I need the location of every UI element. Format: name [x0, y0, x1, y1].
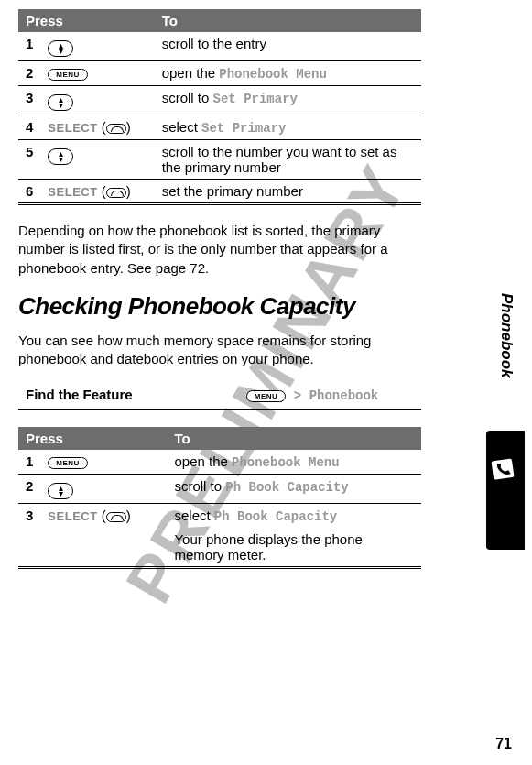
phone-icon	[488, 454, 519, 485]
to-cell: select Ph Book Capacity Your phone displ…	[167, 504, 421, 568]
press-cell: ▴▾	[40, 140, 154, 180]
scroll-icon: ▴▾	[48, 94, 73, 111]
paragraph-2: You can see how much memory space remain…	[18, 332, 421, 369]
step-num: 6	[18, 180, 40, 204]
to-text: scroll to	[174, 478, 225, 494]
to-extra: Your phone displays the phone memory met…	[174, 531, 414, 563]
col-press: Press	[18, 9, 155, 32]
col-press: Press	[18, 427, 167, 450]
menu-label: Phonebook Menu	[219, 67, 327, 82]
to-text: open the	[162, 65, 220, 81]
page-number: 71	[495, 736, 512, 752]
press-cell: SELECT ()	[40, 180, 154, 204]
press-cell: ▴▾	[40, 86, 154, 115]
instruction-table-1: Press To 1 ▴▾ scroll to the entry 2 MENU…	[18, 9, 421, 205]
instruction-table-2: Press To 1 MENU open the Phonebook Menu …	[18, 427, 421, 569]
to-cell: set the primary number	[155, 180, 421, 204]
to-cell: select Set Primary	[155, 115, 421, 140]
section-heading: Checking Phonebook Capacity	[18, 292, 421, 321]
menu-label: Set Primary	[213, 92, 298, 106]
to-cell: scroll to Ph Book Capacity	[167, 475, 421, 504]
press-cell: SELECT ()	[40, 115, 154, 140]
menu-label: Ph Book Capacity	[214, 509, 337, 524]
side-tab-block	[486, 431, 525, 550]
press-cell: MENU	[40, 61, 154, 86]
breadcrumb-sep: >	[286, 388, 309, 403]
menu-label: Set Primary	[201, 121, 286, 136]
menu-button-icon: MENU	[48, 69, 88, 81]
step-num: 1	[18, 32, 40, 61]
softkey-icon	[106, 124, 126, 134]
step-num: 3	[18, 86, 40, 115]
col-to: To	[155, 9, 421, 32]
step-num: 5	[18, 140, 40, 180]
menu-button-icon: MENU	[48, 457, 88, 469]
svg-rect-0	[491, 458, 516, 481]
menu-label: Ph Book Capacity	[225, 480, 348, 495]
scroll-icon: ▴▾	[48, 40, 73, 57]
step-num: 2	[18, 475, 40, 504]
page-content: Press To 1 ▴▾ scroll to the entry 2 MENU…	[0, 0, 476, 595]
press-cell: SELECT ()	[40, 504, 167, 568]
paragraph-1: Depending on how the phonebook list is s…	[18, 222, 421, 278]
to-cell: scroll to Set Primary	[155, 86, 421, 115]
find-feature-label: Find the Feature	[26, 387, 189, 402]
to-cell: scroll to the number you want to set as …	[155, 140, 421, 180]
menu-button-icon: MENU	[246, 390, 287, 402]
softkey-icon	[106, 512, 126, 522]
to-cell: open the Phonebook Menu	[155, 61, 421, 86]
find-feature-table: Find the Feature MENU > Phonebook	[18, 383, 421, 410]
select-label: SELECT	[48, 509, 97, 523]
col-to: To	[167, 427, 421, 450]
step-num: 4	[18, 115, 40, 140]
to-cell: open the Phonebook Menu	[167, 450, 421, 475]
step-num: 2	[18, 61, 40, 86]
scroll-icon: ▴▾	[48, 483, 73, 499]
to-cell: scroll to the entry	[155, 32, 421, 61]
press-cell: ▴▾	[40, 32, 154, 61]
step-num: 3	[18, 504, 40, 568]
step-num: 1	[18, 450, 40, 475]
to-text: open the	[174, 454, 232, 469]
select-label: SELECT	[48, 185, 97, 199]
to-text: select	[174, 508, 213, 523]
press-cell: MENU	[40, 450, 167, 475]
press-cell: ▴▾	[40, 475, 167, 504]
softkey-icon	[106, 188, 126, 198]
select-label: SELECT	[48, 121, 97, 135]
scroll-icon: ▴▾	[48, 148, 73, 165]
side-tab-label: Phonebook	[497, 293, 516, 378]
to-text: scroll to	[162, 90, 213, 105]
menu-label: Phonebook Menu	[232, 455, 340, 470]
breadcrumb-item: Phonebook	[309, 388, 379, 403]
to-text: select	[162, 119, 201, 135]
